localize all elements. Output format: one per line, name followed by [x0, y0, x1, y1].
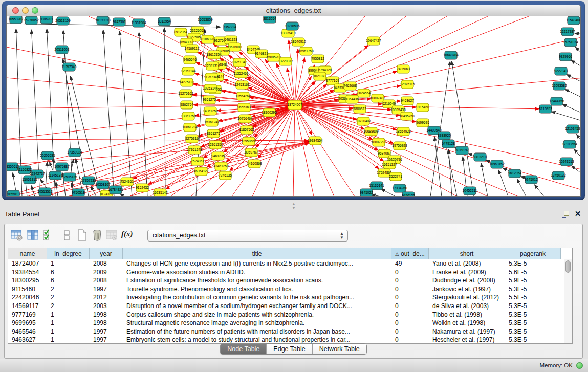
cell-short[interactable]: Stergiakouli et al. (2012) [429, 293, 505, 302]
cell-short[interactable]: de Silva et al. (2003) [429, 302, 505, 311]
graph-node[interactable]: 9245012 [525, 176, 538, 184]
cell-title[interactable]: Corpus callosum shape and size in male p… [123, 311, 391, 319]
cell-in_degree[interactable]: 1 [47, 319, 90, 327]
cell-year[interactable]: 1997 [90, 336, 123, 344]
graph-node[interactable]: 9862754 [180, 101, 193, 109]
network-canvas-area[interactable]: 8912354232260589127505165433928186328932… [7, 16, 580, 196]
graph-node[interactable]: 7357224 [223, 23, 236, 31]
cell-year[interactable]: 2009 [90, 268, 123, 277]
graph-node[interactable]: 9465546 [183, 56, 197, 64]
cell-year[interactable]: 2003 [90, 302, 123, 311]
table-row[interactable]: 969969511998Structural magnetic resonanc… [8, 319, 572, 327]
graph-node[interactable]: 16199013 [95, 16, 111, 25]
graph-node[interactable]: 8215953 [539, 105, 552, 113]
cell-title[interactable]: Structural magnetic resonance image aver… [123, 319, 391, 327]
graph-node[interactable]: 16235142 [153, 189, 168, 197]
memory-indicator-dot[interactable] [576, 362, 583, 369]
graph-node[interactable]: 12103458 [565, 125, 580, 133]
graph-node[interactable]: 16151327 [382, 161, 397, 169]
graph-node[interactable]: 13861759 [181, 112, 196, 120]
graph-node[interactable]: 7886322 [353, 105, 366, 113]
graph-node[interactable]: 6479128 [442, 140, 455, 148]
window-minimize-button[interactable] [22, 7, 29, 14]
cell-title[interactable]: Tourette syndrome. Phenomenology and cla… [123, 285, 391, 294]
table-row[interactable]: 946362711997Embryonic stem cells: a mode… [8, 336, 572, 344]
column-header-name[interactable]: name [8, 248, 47, 259]
tab-network-table[interactable]: Network Table [312, 344, 366, 354]
graph-node[interactable]: 10513513 [37, 188, 53, 196]
cell-pagerank[interactable]: 5.6E-5 [505, 268, 561, 277]
graph-node[interactable]: 9699695 [416, 119, 429, 127]
cell-out_de[interactable]: 0 [391, 319, 429, 327]
graph-node[interactable]: 11857565 [239, 126, 254, 134]
select-all-button[interactable] [41, 228, 56, 243]
graph-node[interactable]: 11548408 [567, 16, 581, 25]
graph-node[interactable]: 12444156 [549, 97, 564, 105]
graph-node[interactable]: 15751074 [563, 38, 578, 47]
graph-node[interactable]: 18640910 [291, 38, 306, 46]
graph-node[interactable]: 12975115 [400, 80, 415, 89]
cell-out_de[interactable]: 49 [391, 259, 429, 268]
cell-name[interactable]: 19384554 [8, 268, 47, 277]
graph-node[interactable]: 19756928 [392, 142, 407, 150]
float-panel-button[interactable] [562, 211, 569, 218]
graph-node[interactable]: 15275162 [178, 90, 193, 98]
cell-in_degree[interactable]: 2 [47, 293, 90, 302]
graph-node[interactable]: 16784321 [108, 186, 123, 194]
graph-node[interactable]: 16354127 [193, 167, 209, 176]
cell-short[interactable]: Wolkin et al. (1998) [429, 319, 505, 327]
panel-splitter-handle[interactable]: ▲▼ [290, 202, 298, 206]
graph-node[interactable]: 10975887 [54, 163, 70, 171]
graph-node[interactable]: 9742361 [113, 18, 126, 26]
graph-node[interactable]: 9115460 [416, 103, 429, 112]
cell-short[interactable]: Yano et al. (2008) [429, 259, 505, 268]
cell-name[interactable]: 9115460 [8, 285, 47, 294]
graph-node[interactable]: 7955812 [311, 55, 324, 63]
graph-node[interactable]: 11352460 [234, 70, 249, 78]
graph-node[interactable]: 18724007 [287, 100, 302, 110]
cell-title[interactable]: Changes of HCN gene expression and I(f) … [123, 259, 391, 268]
graph-node[interactable]: 10647427 [366, 37, 381, 45]
graph-node[interactable]: 17359924 [67, 148, 82, 157]
cell-short[interactable]: Nakamura et al. (1997) [429, 327, 505, 336]
cell-name[interactable]: 18724007 [8, 259, 47, 268]
table-row[interactable]: 911546021997Tourette syndrome. Phenomeno… [8, 285, 572, 294]
delete-table-button[interactable] [105, 228, 119, 243]
graph-node[interactable]: 18495758 [399, 112, 415, 120]
graph-node[interactable]: 16648784 [443, 51, 459, 59]
cell-title[interactable]: Disruption of a novel member of a sodium… [123, 302, 391, 311]
cell-in_degree[interactable]: 2 [47, 302, 90, 311]
graph-node[interactable]: 14569117 [185, 45, 200, 53]
graph-node[interactable]: 19218506 [285, 22, 300, 30]
graph-node[interactable]: 17334260 [392, 184, 407, 192]
cell-year[interactable]: 1998 [90, 319, 123, 327]
table-selector-dropdown[interactable]: citations_edges.txt ▲▼ [147, 230, 348, 242]
table-row[interactable]: 977716911998Corpus callosum shape and si… [8, 311, 572, 319]
table-mode-button[interactable] [10, 228, 24, 243]
cell-pagerank[interactable]: 5.3E-5 [505, 327, 561, 336]
cell-title[interactable]: Embryonic stem cells: a model to study s… [123, 336, 391, 344]
graph-node[interactable]: 10688609 [363, 127, 379, 136]
graph-node[interactable]: 9227343 [554, 67, 568, 75]
cell-short[interactable]: Jankovic et al. (1997) [429, 285, 505, 294]
memory-status[interactable]: Memory: OK [539, 362, 573, 368]
cell-name[interactable]: 9699695 [8, 319, 47, 327]
graph-node[interactable]: 14361250 [203, 107, 218, 115]
network-window-titlebar[interactable]: citations_edges.txt [7, 5, 580, 16]
column-header-pagerank[interactable]: pagerank [505, 248, 561, 259]
graph-node[interactable]: 1364436 [345, 95, 359, 103]
table-scrollbar-thumb[interactable] [565, 260, 571, 273]
table-row[interactable]: 1872400712008Changes of HCN gene express… [8, 259, 572, 268]
column-header-out_de[interactable]: △out_de... [391, 248, 429, 259]
graph-node[interactable]: 7524361 [120, 178, 134, 186]
graph-node[interactable]: 7462668 [343, 82, 357, 90]
graph-node[interactable]: 7246135 [219, 171, 232, 180]
graph-node[interactable]: 15136141 [369, 182, 384, 190]
graph-node[interactable]: 8813054 [263, 16, 276, 23]
cell-short[interactable]: Tibbo et al. (1998) [429, 311, 505, 319]
cell-title[interactable]: Investigating the contribution of common… [123, 293, 391, 302]
cell-in_degree[interactable]: 1 [47, 259, 90, 268]
cell-title[interactable]: Estimation of the future numbers of pati… [123, 327, 391, 336]
cell-name[interactable]: 22420046 [8, 293, 47, 302]
cell-name[interactable]: 9465546 [8, 327, 47, 336]
